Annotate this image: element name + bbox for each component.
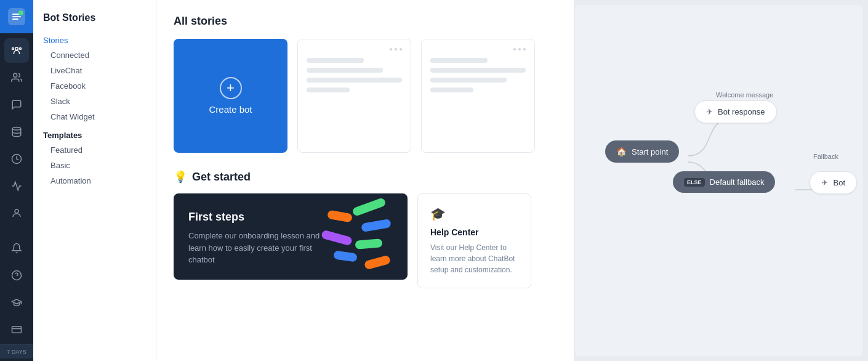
academy-nav-icon[interactable]	[4, 290, 29, 315]
placeholder-line-6	[430, 68, 526, 73]
flow-canvas: Welcome message ✈ Bot response 🏠 Start p…	[574, 5, 863, 356]
sidebar-item-chat-widget[interactable]: Chat Widget	[33, 109, 156, 124]
svg-point-2	[15, 47, 18, 51]
dot-6	[523, 48, 526, 51]
placeholder-line-1	[307, 58, 364, 63]
plus-icon: +	[220, 77, 242, 99]
svg-point-6	[12, 128, 21, 131]
placeholder-line-7	[430, 78, 507, 83]
svg-point-5	[14, 73, 17, 77]
svg-point-4	[12, 48, 14, 50]
get-started-title: 💡 Get started	[174, 170, 557, 184]
dot-1	[390, 48, 392, 51]
main-content: All stories + Create bot	[156, 0, 574, 361]
story-card-2[interactable]	[421, 39, 535, 153]
sidebar-item-connected[interactable]: Connected	[33, 47, 156, 63]
analytics-nav-icon[interactable]	[4, 174, 29, 198]
dot-4	[513, 48, 516, 51]
svg-point-3	[20, 48, 22, 50]
send-icon: ✈	[706, 107, 713, 116]
else-badge: ELSE	[684, 178, 705, 187]
sidebar-item-livechat[interactable]: LiveChat	[33, 63, 156, 78]
placeholder-line-3	[307, 78, 402, 83]
bottom-nav-icons: 7 DAYS	[0, 236, 33, 361]
help-nav-icon[interactable]	[4, 263, 29, 288]
send-icon-2: ✈	[821, 178, 828, 187]
contacts-nav-icon[interactable]	[4, 65, 29, 90]
create-bot-card[interactable]: + Create bot	[174, 39, 287, 153]
chat-nav-icon[interactable]	[4, 92, 29, 117]
all-stories-title: All stories	[174, 15, 557, 28]
history-nav-icon[interactable]	[4, 147, 29, 171]
placeholder-line-8	[430, 87, 473, 92]
svg-point-1	[18, 10, 23, 15]
app-logo[interactable]	[0, 0, 33, 33]
sidebar-stories-label[interactable]: Stories	[33, 33, 156, 47]
fallback-label: Fallback	[813, 153, 838, 160]
placeholder-line-5	[430, 58, 488, 63]
dot-2	[395, 48, 397, 51]
bot-response-node[interactable]: ✈ Bot response	[694, 100, 777, 123]
welcome-message-label: Welcome message	[716, 91, 773, 99]
story-card-1[interactable]	[297, 39, 411, 153]
stories-nav-icon[interactable]	[4, 38, 29, 63]
sidebar-templates-label: Templates	[33, 124, 156, 142]
get-started-grid: First steps Complete our onboarding less…	[174, 193, 557, 288]
svg-point-8	[15, 209, 18, 213]
help-center-title: Help Center	[430, 227, 518, 237]
graduation-icon: 🎓	[430, 206, 518, 221]
nav-icons	[4, 33, 29, 236]
stories-grid: + Create bot	[174, 39, 557, 153]
billing-nav-icon[interactable]	[4, 317, 29, 342]
database-nav-icon[interactable]	[4, 120, 29, 144]
sidebar-item-automation[interactable]: Automation	[33, 173, 156, 189]
home-icon: 🏠	[616, 147, 627, 156]
default-fallback-node[interactable]: ELSE Default fallback	[673, 171, 775, 193]
decorative-pills	[315, 200, 401, 274]
sidebar-item-featured[interactable]: Featured	[33, 142, 156, 158]
sidebar-item-basic[interactable]: Basic	[33, 158, 156, 173]
svg-rect-11	[12, 327, 22, 333]
sidebar-item-facebook[interactable]: Facebook	[33, 78, 156, 94]
sidebar-item-slack[interactable]: Slack	[33, 94, 156, 109]
help-center-desc: Visit our Help Center to learn more abou…	[430, 242, 518, 275]
placeholder-line-2	[307, 68, 383, 73]
first-steps-desc: Complete our onboarding lesson and learn…	[188, 230, 336, 266]
flow-panel: Welcome message ✈ Bot response 🏠 Start p…	[574, 5, 863, 356]
first-steps-card[interactable]: First steps Complete our onboarding less…	[174, 193, 408, 280]
dot-3	[400, 48, 402, 51]
bell-nav-icon[interactable]	[4, 236, 29, 261]
create-bot-label: Create bot	[209, 104, 252, 115]
sidebar-title: Bot Stories	[33, 12, 156, 33]
start-point-node[interactable]: 🏠 Start point	[605, 140, 679, 163]
bot-right-node[interactable]: ✈ Bot	[810, 171, 857, 194]
icon-bar: 7 DAYS	[0, 0, 33, 361]
lightbulb-icon: 💡	[174, 170, 187, 184]
team-nav-icon[interactable]	[4, 201, 29, 225]
placeholder-line-4	[307, 87, 350, 92]
trial-badge: 7 DAYS	[0, 344, 33, 359]
help-center-card[interactable]: 🎓 Help Center Visit our Help Center to l…	[417, 193, 531, 288]
sidebar: Bot Stories Stories Connected LiveChat F…	[33, 0, 156, 361]
dot-5	[518, 48, 521, 51]
